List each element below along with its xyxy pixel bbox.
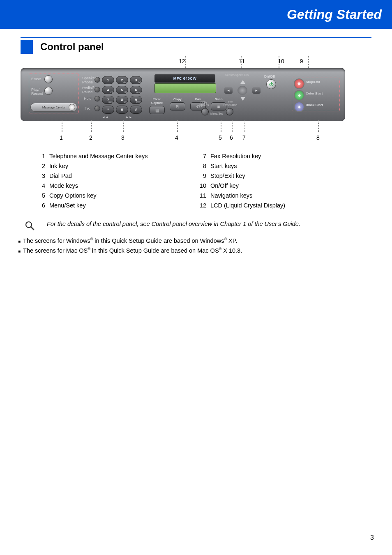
callout-11: 11 [239,58,245,64]
nav-down-icon[interactable] [240,97,245,101]
copy-options-button[interactable] [201,108,209,115]
erase-button[interactable] [44,75,53,83]
legend-item: 11Navigation keys [198,191,359,201]
callout-6: 6 [230,134,233,141]
on-off-button[interactable] [266,79,276,89]
heading-marker [21,40,33,54]
legend-item: 7Fax Resolution key [198,152,359,161]
note-windows: ■ The screens for Windows® in this Quick… [18,236,371,246]
leader [241,56,242,68]
dial-key-5[interactable]: 5jkl [116,86,128,94]
callout-7: 7 [242,134,246,141]
play-record-label: Play/ Record [31,88,43,96]
legend-item: 12LCD (Liquid Crystal Display) [198,201,359,211]
device-panel: Erase Play/ Record Message Center Speake… [21,68,345,121]
legend: 1Telephone and Message Center keys 2Ink … [37,152,359,211]
callout-3: 3 [121,134,125,141]
nav-left-button[interactable]: ◄ [224,87,233,94]
dial-key-8[interactable]: 8tuv [116,96,128,104]
fastforward-icon: ►► [126,115,132,119]
black-start-label: Black Start [306,103,323,107]
legend-left: 1Telephone and Message Center keys 2Ink … [37,152,198,211]
nav-right-button[interactable]: ► [252,87,261,94]
tape-controls: ◄◄ ►► [102,115,132,119]
message-center-button[interactable]: Message Center [30,103,77,112]
redial-pause-button[interactable] [95,87,100,92]
on-off-label: On/Off [264,74,275,78]
redial-pause-label: Redial/ Pause [82,86,94,94]
stop-exit-button[interactable] [294,78,304,89]
bottom-callouts: 1 2 3 4 5 6 7 8 [21,122,371,134]
model-label: MFC 640CW [154,74,215,83]
leader [279,56,279,68]
legend-item: 4Mode keys [37,181,198,191]
section-heading: Control panel [21,40,392,54]
note: For the details of the control panel, se… [25,221,371,232]
play-record-button[interactable] [44,87,53,95]
callout-9: 9 [300,58,303,64]
hold-button[interactable] [95,96,100,101]
photo-capture-button[interactable]: ▤ [149,106,165,114]
leader [185,56,186,68]
svg-line-1 [31,227,34,230]
dial-key-7[interactable]: 7pqrs [102,96,114,104]
callout-1: 1 [60,134,63,141]
dial-key-4[interactable]: 4ghi [102,86,114,94]
menu-set-label: Menu/Set [210,112,223,115]
dial-key-6[interactable]: 6mno [130,86,142,94]
copy-options-label: Copy Options [199,101,209,106]
legend-item: 9Stop/Exit key [198,171,359,181]
page-header: Getting Started [0,0,392,29]
nav-center-button[interactable] [238,86,247,95]
dial-pad: 1 2abc 3def 4ghi 5jkl 6mno 7pqrs 8tuv 9w… [102,76,142,114]
fax-resolution-button[interactable] [226,108,233,115]
callout-5: 5 [219,134,222,141]
erase-label: Erase [31,77,41,81]
leader [308,56,309,68]
color-start-button[interactable] [294,90,304,101]
copy-button[interactable]: ⎘ [170,102,185,111]
dial-key-star[interactable]: * [102,106,114,114]
navigation-pad: ◄ ► [226,80,259,101]
hold-label: Hold [84,97,92,101]
dial-key-9[interactable]: 9wxyz [130,96,142,104]
magnifier-icon [25,221,35,232]
dial-key-hash[interactable]: # [130,106,142,114]
black-start-button[interactable] [294,101,304,112]
ink-label: Ink [85,106,90,111]
legend-item: 1Telephone and Message Center keys [37,152,198,161]
stop-exit-label: Stop/Exit [306,80,320,84]
dial-key-3[interactable]: 3def [130,76,142,84]
callout-12: 12 [179,58,185,64]
mode-keys: Photo Capture ▤ Copy ⎘ Fax ✆ Scan ≋ [148,97,228,114]
legend-item: 5Copy Options key [37,191,198,201]
callout-2: 2 [89,134,92,141]
search-speed-dial-label: Search/Speed Dial [225,74,249,76]
mode-copy: Copy ⎘ [168,97,187,114]
legend-item: 8Start keys [198,161,359,171]
dial-key-1[interactable]: 1 [102,76,114,84]
message-center-indicator [69,104,75,111]
notes-list: ■ The screens for Windows® in this Quick… [18,236,371,256]
note-text: For the details of the control panel, se… [47,221,300,227]
dial-key-2[interactable]: 2abc [116,76,128,84]
speaker-phone-label: Speaker Phone [82,76,96,84]
speaker-phone-button[interactable] [95,77,100,83]
rewind-icon: ◄◄ [102,115,108,119]
legend-item: 6Menu/Set key [37,201,198,211]
section-divider [21,37,371,38]
bullet-icon: ■ [18,238,21,245]
control-panel-figure: 12 11 10 9 Erase Play/ Record Message Ce… [21,58,371,211]
bullet-icon: ■ [18,248,21,255]
nav-up-icon[interactable] [240,80,245,84]
section-title: Control panel [40,41,104,53]
ink-button[interactable] [95,106,100,111]
page-number: 3 [370,534,374,541]
top-callouts: 12 11 10 9 [179,58,371,64]
color-start-label: Color Start [306,92,323,95]
fax-resolution-label: Fax Resolution [224,101,237,106]
legend-right: 7Fax Resolution key 8Start keys 9Stop/Ex… [198,152,359,211]
dial-key-0[interactable]: 0 [116,106,128,114]
callout-4: 4 [175,134,178,141]
lcd-display [154,83,216,93]
